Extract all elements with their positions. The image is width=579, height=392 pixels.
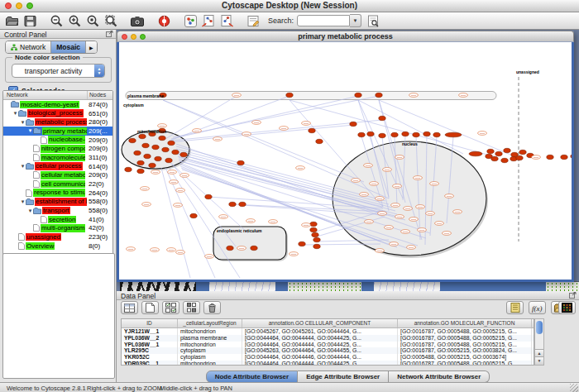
background-window-border[interactable] — [440, 281, 546, 291]
annotation-import-icon[interactable] — [200, 13, 217, 28]
network-node[interactable] — [376, 93, 382, 97]
network-node[interactable] — [391, 132, 398, 136]
node-label-oval[interactable] — [232, 93, 242, 98]
tree-row[interactable]: multi-organism pro42(0) — [3, 224, 112, 233]
node-label-oval[interactable] — [176, 189, 185, 193]
node-label-oval[interactable] — [378, 212, 387, 216]
tab-overflow-arrow[interactable]: ▶ — [86, 41, 97, 53]
node-label-oval[interactable] — [127, 247, 136, 251]
network-tree-header[interactable]: Network Nodes — [3, 91, 112, 100]
node-label-oval[interactable] — [290, 252, 299, 256]
unselect-attributes-icon[interactable] — [183, 301, 200, 314]
node-label-oval[interactable] — [383, 168, 392, 172]
node-label-oval[interactable] — [174, 203, 183, 208]
annotation-export-icon[interactable] — [218, 13, 235, 28]
network-node[interactable] — [137, 160, 144, 165]
network-node[interactable] — [149, 163, 156, 167]
network-node[interactable] — [501, 158, 508, 162]
network-node[interactable] — [571, 154, 572, 158]
node-label-oval[interactable] — [176, 251, 185, 255]
table-row[interactable]: YPL036W__2plasma membrane[GO:0044464, GO… — [122, 335, 534, 342]
background-window-zoomed-labels[interactable] — [120, 281, 196, 291]
network-canvas[interactable]: plasma membranecytoplasmmitochondrionnuc… — [119, 42, 572, 280]
network-node[interactable] — [358, 132, 365, 136]
node-label-oval[interactable] — [426, 212, 435, 216]
tree-row[interactable]: unassigned223(0) — [3, 232, 112, 241]
node-label-oval[interactable] — [376, 197, 385, 201]
network-node[interactable] — [180, 152, 187, 156]
network-node[interactable] — [310, 222, 317, 226]
node-label-oval[interactable] — [180, 174, 189, 178]
network-node[interactable] — [413, 132, 419, 136]
network-node[interactable] — [237, 160, 244, 165]
disclosure-triangle-icon[interactable]: ▾ — [20, 198, 26, 206]
disclosure-triangle-icon[interactable]: ▾ — [27, 207, 33, 215]
advanced-search-icon[interactable] — [365, 13, 381, 28]
node-label-oval[interactable] — [435, 222, 444, 226]
node-label-oval[interactable] — [193, 129, 202, 133]
node-label-oval[interactable] — [269, 220, 278, 224]
network-view-titlebar[interactable]: primary metabolic process — [117, 31, 574, 42]
tree-row[interactable]: Overview8(0) — [3, 241, 112, 251]
table-row[interactable]: YJR121W__1mitochondrion[GO:0045267, GO:0… — [122, 328, 534, 335]
node-label-oval[interactable] — [459, 93, 468, 98]
node-label-oval[interactable] — [205, 255, 214, 259]
network-node[interactable] — [433, 132, 440, 136]
tree-row[interactable]: ▾primary metabo209(... — [3, 127, 112, 136]
new-attribute-icon[interactable] — [141, 301, 159, 314]
node-label-oval[interactable] — [151, 170, 160, 174]
network-node[interactable] — [227, 246, 233, 250]
node-label-oval[interactable] — [237, 246, 246, 251]
node-color-dropdown[interactable]: transporter activity ▲▼ — [12, 64, 105, 78]
node-label-oval[interactable] — [170, 180, 179, 184]
column-header[interactable]: ID — [122, 319, 178, 327]
attribute-table-header[interactable]: ID_cellularLayoutRegionannotation.GO CEL… — [122, 319, 534, 328]
network-node[interactable] — [313, 244, 320, 248]
node-label-oval[interactable] — [385, 226, 394, 230]
table-scrollbar[interactable]: ▲ ▼ — [534, 318, 544, 366]
network-node[interactable] — [313, 237, 320, 241]
background-window-border[interactable] — [361, 281, 374, 291]
tab-node-attribute-browser[interactable]: Node Attribute Browser — [206, 370, 299, 383]
network-node[interactable] — [402, 131, 409, 136]
network-node[interactable] — [547, 155, 553, 159]
help-icon[interactable] — [156, 13, 172, 28]
column-header[interactable]: annotation.GO CELLULAR_COMPONENT — [242, 319, 398, 327]
delete-attribute-icon[interactable] — [203, 301, 221, 314]
node-label-oval[interactable] — [393, 184, 402, 189]
tree-row[interactable]: cellular metabol209(0) — [3, 171, 112, 180]
background-window-canvas-green[interactable] — [288, 281, 361, 291]
search-dropdown-icon[interactable]: ▼ — [350, 14, 361, 27]
network-node[interactable] — [316, 139, 323, 143]
network-node[interactable] — [516, 155, 523, 160]
node-label-oval[interactable] — [352, 179, 361, 183]
scrollbar-thumb[interactable] — [536, 321, 543, 334]
tree-row[interactable]: ▾biological_process651(0) — [3, 109, 112, 118]
tab-network-attribute-browser[interactable]: Network Attribute Browser — [389, 370, 490, 383]
background-window-border[interactable] — [196, 281, 209, 291]
open-file-icon[interactable] — [3, 13, 20, 28]
node-label-oval[interactable] — [443, 232, 452, 236]
node-label-oval[interactable] — [395, 155, 404, 160]
node-label-oval[interactable] — [478, 131, 487, 136]
background-window-canvas[interactable] — [209, 281, 275, 291]
node-label-oval[interactable] — [453, 210, 462, 214]
node-label-oval[interactable] — [391, 203, 400, 208]
node-label-oval[interactable] — [445, 194, 454, 198]
node-label-oval[interactable] — [242, 132, 251, 136]
node-label-oval[interactable] — [532, 155, 541, 160]
tree-row[interactable]: ▾cellular process614(0) — [3, 162, 112, 171]
edit-attributes-icon[interactable] — [245, 13, 261, 28]
node-label-oval[interactable] — [213, 137, 223, 141]
node-label-oval[interactable] — [141, 187, 150, 191]
function-builder-icon[interactable]: f(x) — [529, 301, 546, 314]
network-node[interactable] — [310, 227, 317, 232]
network-node[interactable] — [205, 194, 212, 198]
tree-row[interactable]: secretion41(0) — [3, 215, 112, 224]
tree-row[interactable]: response to stimulu264(0) — [3, 189, 112, 198]
search-input[interactable] — [297, 15, 350, 26]
network-node[interactable] — [350, 122, 356, 126]
node-label-oval[interactable] — [296, 166, 305, 170]
node-label-oval[interactable] — [390, 242, 399, 246]
network-node[interactable] — [286, 93, 293, 97]
